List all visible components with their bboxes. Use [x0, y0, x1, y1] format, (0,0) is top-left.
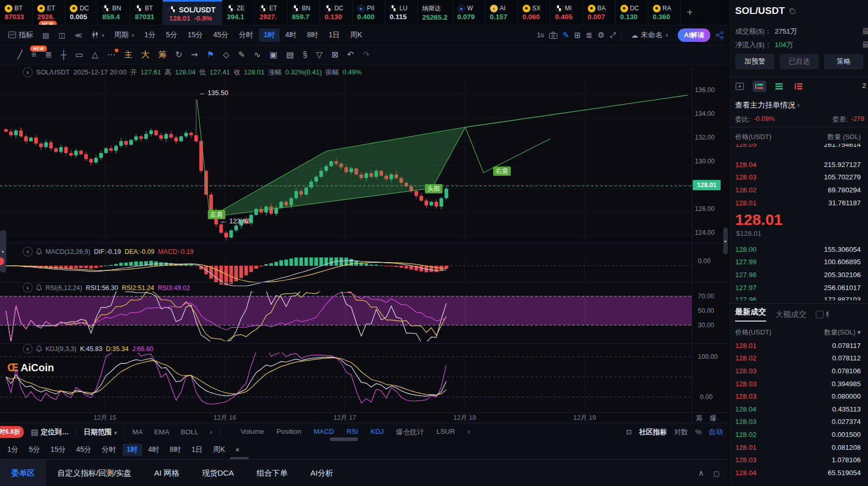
pattern-label-head[interactable]: 头部 [425, 184, 443, 193]
alert-bell-icon[interactable] [36, 248, 42, 255]
timeframe-button[interactable]: 1分 [3, 444, 23, 456]
bid-row[interactable]: 127.98 205.302106 [735, 268, 861, 281]
indicator-button[interactable]: 指标 [4, 28, 37, 42]
pattern-label-left-shoulder[interactable]: 左肩 [208, 210, 225, 219]
ask-row[interactable]: 128.03 105.702279 [735, 171, 861, 184]
timeframe-button[interactable]: 1日 [187, 444, 207, 456]
alert-bell-icon[interactable] [36, 284, 42, 291]
percent-scale-button[interactable]: % [695, 428, 702, 436]
panel-tab[interactable]: 现货DCA [191, 460, 246, 486]
panel-tab[interactable]: 自定义指标/回测/实盘 [46, 460, 143, 486]
ticker-item[interactable]: BA 0.007 [583, 0, 616, 25]
ticker-item[interactable]: SX 0.060 [518, 0, 551, 25]
draw-tool-icon[interactable]: △ [92, 51, 98, 59]
trade-row[interactable]: 128.02 0.078112 [735, 352, 861, 365]
sub-indicator-button[interactable]: MACD [314, 428, 334, 437]
add-pane-icon[interactable]: ⊞ [574, 31, 581, 39]
sub-indicator-button[interactable]: RSI [346, 428, 358, 437]
ticker-item[interactable]: ZE 394.1 [222, 0, 255, 25]
draw-tool-icon[interactable]: 筹 [158, 51, 166, 59]
overlay-indicator-button[interactable]: EMA [154, 428, 169, 436]
ticker-item-active-solusdt[interactable]: SOL/USDT 128.01-0.9% [163, 0, 222, 25]
timeframe-button[interactable]: 1分 [140, 28, 160, 42]
timeframe-button[interactable]: 45分 [208, 28, 233, 42]
timeframe-button[interactable]: 4时 [281, 28, 301, 42]
draw-tool-icon[interactable]: ∿ [254, 51, 261, 59]
ask-row[interactable]: 128.02 69.780294 [735, 184, 861, 196]
overlay-indicator-button[interactable]: › [210, 428, 212, 436]
horizontal-scrollbar-thumb[interactable] [330, 437, 358, 441]
draw-tool-icon[interactable]: ↻ [175, 51, 182, 59]
draw-tool-icon[interactable]: ✎ [238, 51, 245, 59]
timeframe-button[interactable]: 1时 [123, 444, 142, 456]
rsi-pane[interactable] [0, 292, 692, 341]
draw-tool-icon[interactable]: ↶ [347, 51, 354, 59]
panel-tab[interactable]: 组合下单 [245, 460, 299, 486]
orderbook-asks-icon[interactable] [792, 81, 805, 92]
collapse-chevron-icon[interactable]: ∨ [23, 67, 33, 77]
timeframe-button[interactable]: 45分 [72, 444, 96, 456]
tab-latest-trades[interactable]: 最新成交 [735, 307, 766, 322]
draw-tool-icon[interactable]: ▣ [269, 51, 277, 59]
draw-pencil-icon[interactable]: ✎ [562, 31, 569, 39]
main-orders-link[interactable]: 查看主力挂单情况 › [735, 100, 800, 110]
ticker-item[interactable]: RA 0.360 [648, 0, 681, 25]
orderbook-bids-icon[interactable] [772, 81, 786, 92]
timeframe-button[interactable]: 15分 [183, 28, 208, 42]
ticker-item[interactable]: LU 0.115 [385, 0, 418, 25]
candle-style-button[interactable]: ∨ [87, 29, 109, 41]
tab-large-trades[interactable]: 大额成交 [775, 310, 806, 320]
sub-indicator-button[interactable]: Position [277, 428, 301, 437]
copy-icon[interactable] [788, 7, 796, 14]
draw-tool-icon[interactable]: ◇ [223, 51, 229, 59]
draw-tool-icon[interactable]: 大 [141, 51, 149, 59]
share-icon[interactable] [715, 31, 724, 39]
ticker-item[interactable]: MI 0.405 [551, 0, 583, 25]
timeframe-button[interactable]: 分时 [98, 444, 120, 456]
trade-row[interactable]: 128.01 0.078117 [735, 339, 861, 352]
ticker-item[interactable]: BT 87033 [0, 0, 33, 25]
expand-frame-icon[interactable]: ▢ [713, 469, 720, 477]
depth-level-clipped[interactable]: 2 [862, 82, 868, 89]
draw-tool-icon[interactable]: ≡ [32, 51, 36, 59]
promo-ribbon[interactable]: 时6.8折 [0, 426, 24, 438]
add-symbol-button[interactable]: + [681, 0, 699, 25]
sub-indicator-button[interactable]: › [467, 428, 470, 437]
trade-row[interactable]: 128.03 1.078106 [735, 453, 861, 466]
draw-tool-icon[interactable]: 主 [124, 51, 132, 59]
draw-tool-icon[interactable]: ┼ [60, 51, 66, 59]
bid-row[interactable]: 127.97 256.061017 [735, 281, 861, 294]
ticker-item[interactable]: AI 0.157 [485, 0, 518, 25]
right-pane-handle[interactable]: ▸ [723, 227, 728, 254]
draw-tool-icon[interactable]: ╱ [18, 51, 23, 59]
trade-row[interactable]: 128.04 0.435113 [735, 403, 861, 416]
trade-row[interactable]: 128.03 0.080000 [735, 390, 861, 403]
pane-divider[interactable] [0, 243, 728, 244]
sort-amount-desc[interactable]: 数量(SOL) ▾ [824, 328, 861, 337]
rewind-icon[interactable]: ≪ [70, 29, 86, 41]
timeframe-button[interactable]: × [231, 444, 243, 455]
alert-bell-icon[interactable] [36, 345, 42, 352]
collapse-chevron-icon[interactable]: ∨ [23, 247, 33, 256]
layout-icon[interactable]: ◫ [54, 29, 69, 41]
timeframe-button[interactable]: 周K [209, 444, 229, 456]
draw-tool-icon[interactable]: ≣ [45, 51, 52, 59]
chip-distribution-button[interactable]: 筹 [696, 414, 703, 423]
timeframe-button[interactable]: 4时 [144, 444, 164, 456]
draw-tool-icon[interactable]: ⇝ [191, 51, 198, 59]
period-dropdown[interactable]: 周期∨ [110, 28, 139, 42]
object-tree-icon[interactable]: ≣ [586, 31, 592, 39]
collapse-icon[interactable]: ∧ [698, 468, 704, 478]
fullscreen-icon[interactable]: ⤢ [610, 31, 616, 39]
add-panel-icon[interactable] [733, 81, 747, 92]
trade-row[interactable]: 128.03 0.078106 [735, 364, 861, 377]
ticker-item[interactable]: ET 2927. [255, 0, 287, 25]
panel-tab[interactable]: AI分析 [299, 460, 344, 486]
trade-row[interactable]: 128.03 0.027374 [735, 416, 861, 429]
community-indicator-button[interactable]: 社区指标 [639, 428, 667, 437]
draw-tool-icon[interactable]: § [303, 51, 308, 59]
sub-indicator-button[interactable]: LSUR [436, 428, 455, 437]
liquidation-button[interactable]: 爆 [710, 414, 717, 423]
locate-button[interactable]: ▤定位到… [31, 428, 69, 437]
resolution-label[interactable]: 1s [537, 32, 544, 38]
